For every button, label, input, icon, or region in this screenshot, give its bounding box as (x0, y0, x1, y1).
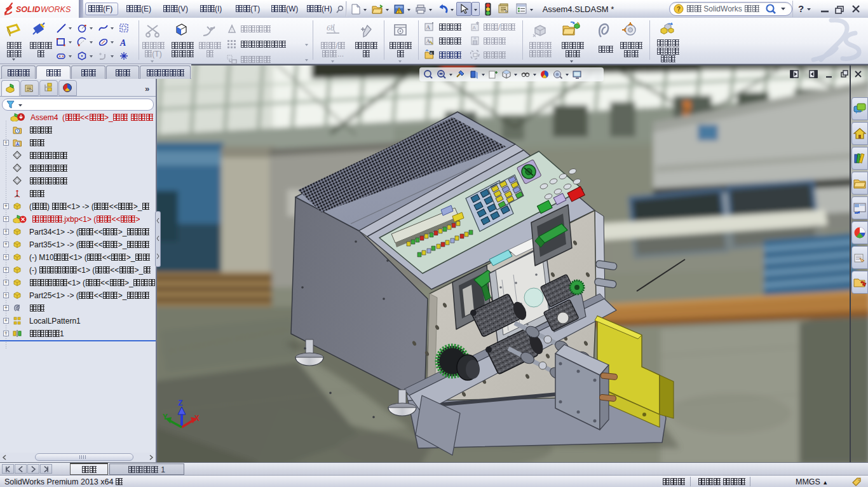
svg-text:A: A (119, 38, 126, 48)
svg-text:Z: Z (178, 399, 183, 408)
svg-text:Y: Y (163, 413, 168, 422)
svg-text:A: A (473, 25, 477, 31)
svg-text:WORKS: WORKS (41, 5, 71, 14)
svg-text:?: ? (677, 6, 681, 13)
svg-text:!: ! (398, 9, 400, 13)
svg-text:X: X (194, 414, 200, 423)
svg-text:A: A (426, 38, 431, 45)
svg-text:A: A (430, 51, 433, 55)
svg-text:A: A (16, 142, 19, 146)
svg-text:SOLID: SOLID (16, 5, 40, 14)
svg-text:A: A (426, 24, 431, 31)
